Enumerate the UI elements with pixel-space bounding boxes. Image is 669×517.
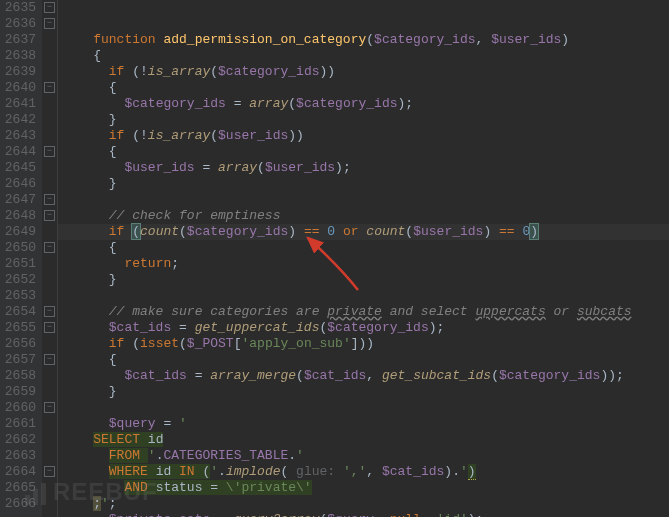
fold-toggle-icon[interactable]: − — [44, 354, 55, 365]
fold-toggle-icon[interactable]: − — [44, 402, 55, 413]
code-line[interactable]: AND status = \'private\' — [62, 480, 669, 496]
fold-toggle-icon[interactable]: − — [44, 322, 55, 333]
code-editor[interactable]: 2635263626372638263926402641264226432644… — [0, 0, 669, 517]
code-line[interactable]: $query = ' — [62, 416, 669, 432]
code-line[interactable]: ;'; — [62, 496, 669, 512]
code-line[interactable]: WHERE id IN ('.implode( glue: ',', $cat_… — [62, 464, 669, 480]
line-number: 2650 — [0, 240, 36, 256]
line-number: 2653 — [0, 288, 36, 304]
code-line[interactable]: $private_cats = query2array($query, null… — [62, 512, 669, 517]
line-number: 2639 — [0, 64, 36, 80]
line-number: 2655 — [0, 320, 36, 336]
code-line[interactable]: } — [62, 272, 669, 288]
code-area[interactable]: function add_permission_on_category($cat… — [58, 0, 669, 517]
fold-toggle-icon[interactable]: − — [44, 306, 55, 317]
code-line[interactable]: if (!is_array($category_ids)) — [62, 64, 669, 80]
code-line[interactable]: if (!is_array($user_ids)) — [62, 128, 669, 144]
fold-column[interactable]: −−−−−−−−−−−− — [42, 0, 58, 517]
code-line[interactable]: return; — [62, 256, 669, 272]
fold-toggle-icon[interactable]: − — [44, 194, 55, 205]
line-number: 2636 — [0, 16, 36, 32]
code-line[interactable]: { — [62, 352, 669, 368]
line-number: 2644 — [0, 144, 36, 160]
fold-toggle-icon[interactable]: − — [44, 82, 55, 93]
line-number: 2661 — [0, 416, 36, 432]
code-line[interactable]: $cat_ids = array_merge($cat_ids, get_sub… — [62, 368, 669, 384]
line-number: 2637 — [0, 32, 36, 48]
line-number: 2635 — [0, 0, 36, 16]
code-line[interactable] — [62, 288, 669, 304]
code-line[interactable]: } — [62, 384, 669, 400]
line-number: 2660 — [0, 400, 36, 416]
code-line[interactable]: function add_permission_on_category($cat… — [62, 32, 669, 48]
fold-toggle-icon[interactable]: − — [44, 18, 55, 29]
code-line[interactable]: if (count($category_ids) == 0 or count($… — [58, 224, 669, 240]
fold-toggle-icon[interactable]: − — [44, 146, 55, 157]
code-line[interactable]: SELECT id — [62, 432, 669, 448]
line-number: 2663 — [0, 448, 36, 464]
code-line[interactable]: { — [62, 144, 669, 160]
line-number: 2641 — [0, 96, 36, 112]
code-line[interactable]: $category_ids = array($category_ids); — [62, 96, 669, 112]
line-number: 2645 — [0, 160, 36, 176]
line-number: 2656 — [0, 336, 36, 352]
fold-toggle-icon[interactable]: − — [44, 242, 55, 253]
code-line[interactable]: if (isset($_POST['apply_on_sub'])) — [62, 336, 669, 352]
line-number: 2666 — [0, 496, 36, 512]
line-number: 2640 — [0, 80, 36, 96]
line-number: 2664 — [0, 464, 36, 480]
code-line[interactable]: FROM '.CATEGORIES_TABLE.' — [62, 448, 669, 464]
code-line[interactable]: $cat_ids = get_uppercat_ids($category_id… — [62, 320, 669, 336]
code-line[interactable]: } — [62, 176, 669, 192]
line-number: 2654 — [0, 304, 36, 320]
line-number: 2647 — [0, 192, 36, 208]
line-number: 2648 — [0, 208, 36, 224]
code-line[interactable]: { — [62, 240, 669, 256]
line-number: 2638 — [0, 48, 36, 64]
line-number: 2657 — [0, 352, 36, 368]
code-line[interactable]: { — [62, 80, 669, 96]
line-number: 2652 — [0, 272, 36, 288]
fold-toggle-icon[interactable]: − — [44, 2, 55, 13]
fold-toggle-icon[interactable]: − — [44, 466, 55, 477]
line-number: 2665 — [0, 480, 36, 496]
code-line[interactable] — [62, 400, 669, 416]
line-number: 2649 — [0, 224, 36, 240]
line-number-gutter: 2635263626372638263926402641264226432644… — [0, 0, 42, 517]
code-line[interactable]: // check for emptiness — [62, 208, 669, 224]
code-line[interactable]: } — [62, 112, 669, 128]
line-number: 2646 — [0, 176, 36, 192]
code-line[interactable]: { — [62, 48, 669, 64]
line-number: 2662 — [0, 432, 36, 448]
line-number: 2651 — [0, 256, 36, 272]
code-line[interactable]: // make sure categories are private and … — [62, 304, 669, 320]
line-number: 2642 — [0, 112, 36, 128]
code-line[interactable] — [62, 192, 669, 208]
fold-toggle-icon[interactable]: − — [44, 210, 55, 221]
line-number: 2659 — [0, 384, 36, 400]
code-line[interactable]: $user_ids = array($user_ids); — [62, 160, 669, 176]
line-number: 2643 — [0, 128, 36, 144]
line-number: 2658 — [0, 368, 36, 384]
